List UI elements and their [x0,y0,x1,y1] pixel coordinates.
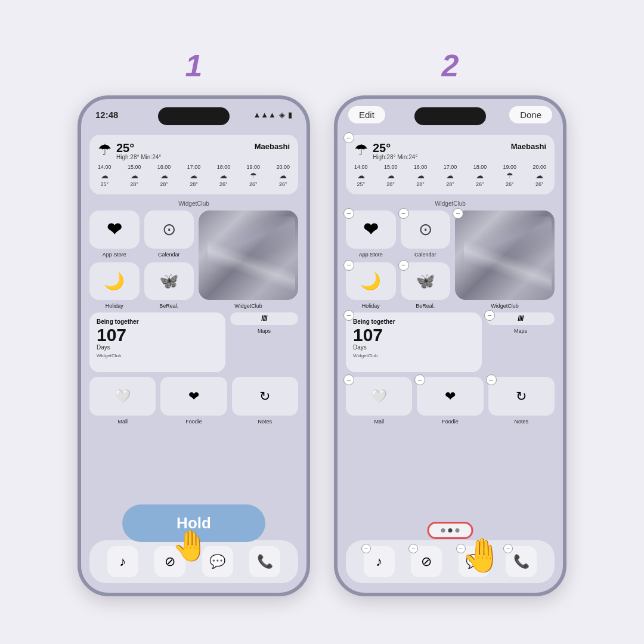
foodie-cell-1[interactable]: ❤ Foodie [160,377,227,425]
edit-button-2[interactable]: Edit [348,106,385,123]
bot-row-1: 🤍 Mail ❤ Foodie ↻ [89,377,298,425]
weather-hours-1: 14:00☁25° 15:00☁28° 16:00☁28° 17:00☁28° … [98,164,290,187]
holiday-icon-1: 🌙 [89,262,140,301]
notes-cell-1[interactable]: ↻ Notes [232,377,298,425]
weather-hour-2: 16:00☁28° [157,164,171,187]
remove-notes[interactable]: − [486,374,497,385]
mail-icon-2: 🤍 [346,377,412,416]
hand-cursor-1: 🤚 [172,528,209,563]
app-cell-appstore-2[interactable]: − ❤ App Store [346,210,396,258]
app-cell-calendar-2[interactable]: − ⊙ Calendar [401,210,451,258]
widgetclub-sub-1: WidgetClub [97,353,218,358]
holiday-label-1: Holiday [106,303,123,309]
remove-appstore[interactable]: − [343,208,354,219]
done-button-2[interactable]: Done [509,106,552,123]
top-apps-2: − ❤ App Store − ⊙ Calendar [346,210,555,309]
weather-temp-1: 25° [116,142,161,154]
maps-icon-2: //// [487,312,555,325]
rel-days-label-2: Days [353,344,475,351]
widget-club-label-1: WidgetClub [89,200,298,207]
app-cell-calendar-1[interactable]: ⊙ Calendar [144,210,194,258]
widget-club-label-2: WidgetClub [346,200,555,207]
phone-1: 12:48 ▲▲▲ ◈ ▮ ☂ [78,95,310,596]
dot-3 [456,528,460,532]
remove-marble[interactable]: − [453,208,463,219]
step-1-number: 1 [185,48,203,83]
w2-hour-3: 17:00☁28° [444,164,457,187]
weather-highlow-1: High:28° Min:24° [116,154,161,160]
foodie-label-1: Foodie [185,419,202,425]
marble-icon-2 [455,210,555,300]
step-2-number: 2 [442,48,459,83]
maps-cell-1[interactable]: //// Maps [230,312,298,334]
dock-phone-2[interactable]: − 📞 [506,546,537,577]
phone-1-screen: 12:48 ▲▲▲ ◈ ▮ ☂ [81,99,306,593]
dock-music-2[interactable]: − ♪ [364,546,395,577]
mail-label-2: Mail [374,419,384,425]
weather-hour-5: 19:00☂26° [247,164,261,187]
mail-cell-2[interactable]: − 🤍 Mail [346,377,412,425]
foodie-icon-2: ❤ [417,377,483,416]
calendar-icon-1: ⊙ [144,210,194,249]
maps-cell-2[interactable]: − //// Maps [487,312,555,334]
remove-dock-music[interactable]: − [361,544,371,553]
w2-hour-2: 16:00☁28° [414,164,428,187]
notes-cell-2[interactable]: − ↻ Notes [488,377,555,425]
remove-weather-btn[interactable]: − [343,132,354,143]
wifi-icon: ◈ [279,110,285,119]
dock-phone-1[interactable]: 📞 [249,546,280,577]
calendar-label-2: Calendar [414,252,436,258]
app-cell-marble-2[interactable]: − WidgetClub [455,210,555,309]
right-col-1: //// Maps [230,312,298,334]
remove-mail[interactable]: − [343,374,354,385]
phone-2: Edit Done − ☂ 25° High:28° Min: [334,95,566,596]
relationship-widget-1: Being together 107 Days WidgetClub [89,312,225,372]
foodie-cell-2[interactable]: − ❤ Foodie [417,377,483,425]
phone-2-screen: Edit Done − ☂ 25° High:28° Min: [338,99,563,593]
app-cell-holiday-1[interactable]: 🌙 Holiday [89,262,140,309]
maps-label-1: Maps [258,328,271,334]
calendar-label-1: Calendar [158,252,180,258]
status-time-1: 12:48 [95,110,118,120]
app-cell-holiday-2[interactable]: − 🌙 Holiday [346,262,396,309]
appstore-icon-1: ❤ [89,210,140,249]
right-col-2: − //// Maps [487,312,555,334]
dock-music-1[interactable]: ♪ [107,546,138,577]
rel-days-label-1: Days [97,344,218,351]
step-2: 2 Edit Done − ☂ [334,48,566,596]
dynamic-island-2 [414,107,486,125]
remove-maps[interactable]: − [484,310,495,321]
weather-hours-2: 14:00☁25° 15:00☁28° 16:00☁28° 17:00☁28° … [354,164,546,187]
w2-hour-1: 15:00☁28° [384,164,398,187]
marble-icon-1 [199,210,298,300]
marble-label-1: WidgetClub [234,303,262,309]
dot-2 [448,528,453,532]
mail-icon-1: 🤍 [89,377,156,416]
app-cell-appstore-1[interactable]: ❤ App Store [89,210,140,258]
weather-widget-2: − ☂ 25° High:28° Min:24° Maebashi [346,135,555,194]
remove-relationship[interactable]: − [343,310,354,321]
umbrella-icon-1: ☂ [98,142,112,157]
rel-days-2: 107 [353,326,475,344]
weather-hour-6: 20:00☁26° [276,164,290,187]
remove-dock-phone[interactable]: − [503,544,513,553]
dock-block-2[interactable]: − ⊘ [411,546,442,577]
mid-row-1: Being together 107 Days WidgetClub //// … [89,312,298,372]
rel-title-1: Being together [97,318,218,325]
w2-hour-6: 20:00☁26° [532,164,546,187]
mail-cell-1[interactable]: 🤍 Mail [89,377,156,425]
app-cell-bereal-1[interactable]: 🦋 BeReal. [144,262,194,309]
remove-dock-block[interactable]: − [408,544,418,553]
notes-label-2: Notes [515,419,529,425]
weather-temp-2: 25° [373,142,417,154]
bot-row-2: − 🤍 Mail − ❤ Foodie [346,377,555,425]
app-cell-bereal-2[interactable]: − 🦋 BeReal. [401,262,451,309]
mail-label-1: Mail [117,419,128,425]
remove-calendar[interactable]: − [398,208,409,219]
w2-hour-5: 19:00☂26° [503,164,517,187]
rel-days-1: 107 [97,326,218,344]
remove-holiday[interactable]: − [343,260,354,271]
app-cell-marble-1[interactable]: WidgetClub [199,210,298,309]
weather-highlow-2: High:28° Min:24° [373,154,417,160]
remove-bereal[interactable]: − [398,260,409,271]
